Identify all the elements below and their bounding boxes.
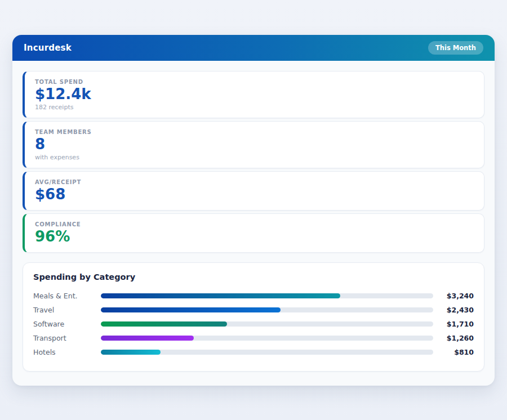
bar-track (101, 293, 433, 298)
stat-value: 8 (35, 136, 474, 153)
stat-subtext: 182 receipts (35, 104, 474, 111)
category-label: Software (33, 320, 101, 328)
category-label: Hotels (33, 348, 101, 356)
chart-title: Spending by Category (33, 272, 474, 282)
stat-value: $12.4k (35, 86, 474, 103)
chart-rows: Meals & Ent.$3,240Travel$2,430Software$1… (33, 289, 474, 359)
bar-track (101, 321, 433, 327)
spending-chart-card: Spending by Category Meals & Ent.$3,240T… (23, 262, 484, 372)
stat-card-total-spend: TOTAL SPEND$12.4k182 receipts (23, 71, 484, 118)
app-header: Incurdesk This Month (12, 35, 495, 61)
bar-fill (101, 293, 340, 298)
stat-card-avg-receipt: AVG/RECEIPT$68 (23, 171, 484, 211)
bar-fill (101, 321, 227, 327)
category-label: Meals & Ent. (33, 292, 101, 300)
category-value: $3,240 (433, 292, 474, 300)
category-value: $1,710 (433, 320, 474, 328)
chart-row-software: Software$1,710 (33, 317, 474, 331)
stat-card-compliance: COMPLIANCE96% (23, 213, 484, 253)
chart-row-meals-ent-: Meals & Ent.$3,240 (33, 289, 474, 303)
stat-value: $68 (35, 186, 474, 203)
app-title: Incurdesk (24, 43, 72, 53)
chart-row-transport: Transport$1,260 (33, 331, 474, 345)
category-value: $2,430 (433, 306, 474, 314)
dashboard-panel: Incurdesk This Month TOTAL SPEND$12.4k18… (12, 35, 495, 386)
dashboard-content: TOTAL SPEND$12.4k182 receiptsTEAM MEMBER… (12, 61, 495, 372)
bar-fill (101, 307, 281, 312)
bar-track (101, 350, 433, 355)
stat-subtext: with expenses (35, 154, 474, 161)
category-label: Travel (33, 306, 101, 314)
stat-label: COMPLIANCE (35, 221, 474, 227)
category-value: $1,260 (433, 334, 474, 342)
category-label: Transport (33, 334, 101, 342)
bar-fill (101, 336, 194, 341)
chart-row-hotels: Hotels$810 (33, 345, 474, 359)
stats-list: TOTAL SPEND$12.4k182 receiptsTEAM MEMBER… (23, 71, 484, 253)
chart-row-travel: Travel$2,430 (33, 303, 474, 317)
category-value: $810 (433, 348, 474, 356)
stat-label: AVG/RECEIPT (35, 179, 474, 185)
bar-fill (101, 350, 161, 355)
bar-track (101, 307, 433, 312)
stat-label: TOTAL SPEND (35, 79, 474, 85)
bar-track (101, 336, 433, 341)
stat-card-team-members: TEAM MEMBERS8with expenses (23, 121, 484, 168)
period-badge[interactable]: This Month (428, 41, 483, 55)
stat-label: TEAM MEMBERS (35, 129, 474, 135)
stat-value: 96% (35, 229, 474, 245)
